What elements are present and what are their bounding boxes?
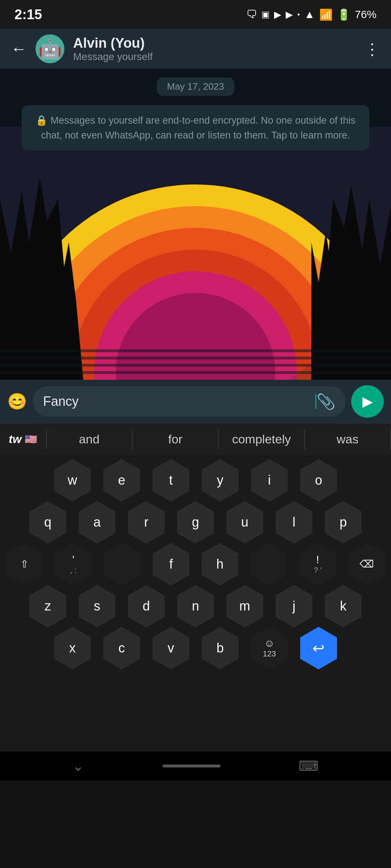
chat-area: May 17, 2023 🔒 Messages to yourself are … — [0, 69, 391, 380]
back-button[interactable]: ← — [11, 40, 27, 58]
youtube-icon: ▶ — [274, 9, 281, 20]
chat-header: ← 🤖 Alvin (You) Message yourself ⋮ — [0, 29, 391, 69]
status-icons: 🗨 ▣ ▶ ▶ • ▲ 📶 🔋 76% — [246, 8, 377, 21]
date-badge-text: May 17, 2023 — [157, 77, 234, 96]
input-area: 😊 Fancy 📎 ▶ — [0, 380, 391, 423]
key-z[interactable]: z — [24, 582, 72, 630]
status-bar: 2:15 🗨 ▣ ▶ ▶ • ▲ 📶 🔋 76% — [0, 0, 391, 29]
contact-info: Alvin (You) Message yourself — [73, 35, 356, 63]
status-time: 2:15 — [14, 7, 42, 22]
suggestion-completely[interactable]: completely — [219, 432, 304, 446]
key-g[interactable]: g — [172, 498, 219, 546]
key-emoji-123[interactable]: ☺ 123 — [245, 624, 293, 672]
key-b[interactable]: b — [196, 624, 244, 672]
flag-emoji: 🇺🇸 — [25, 433, 37, 445]
key-x[interactable]: x — [49, 624, 96, 672]
send-button[interactable]: ▶ — [351, 385, 384, 418]
wifi-icon: ▲ — [304, 8, 315, 21]
nav-home-bar[interactable] — [163, 765, 220, 767]
key-w[interactable]: w — [49, 456, 96, 504]
suggestion-and[interactable]: and — [47, 432, 132, 446]
keyboard-logo: tw 🇺🇸 — [0, 433, 46, 446]
signal-icon: ▣ — [261, 9, 270, 20]
tw-logo-text: tw — [9, 433, 22, 446]
key-d[interactable]: d — [122, 582, 170, 630]
contact-name: Alvin (You) — [73, 35, 356, 51]
keyboard: w e t y i o q a r g u l p ⇧ ' , : f h — [0, 455, 391, 752]
key-f[interactable]: f — [147, 540, 195, 588]
sunset-image — [0, 127, 391, 380]
key-backspace[interactable]: ⌫ — [343, 540, 390, 588]
keyboard-suggestions: tw 🇺🇸 and for completely was — [0, 423, 391, 455]
nav-back-icon[interactable]: ⌄ — [72, 758, 84, 774]
key-e[interactable]: e — [98, 456, 146, 504]
keyboard-row-2: q a r g u l p — [0, 498, 391, 546]
youtube2-icon: ▶ — [286, 9, 293, 20]
key-special-chars[interactable]: ! ? ' — [294, 540, 341, 588]
key-s[interactable]: s — [73, 582, 121, 630]
key-j[interactable]: j — [270, 582, 318, 630]
key-q[interactable]: q — [24, 498, 72, 546]
keyboard-row-5: x c v b ☺ 123 ↩ — [0, 624, 391, 672]
battery-icon: 🔋 — [337, 8, 350, 21]
key-k[interactable]: k — [319, 582, 367, 630]
key-punct[interactable]: ' , : — [50, 540, 97, 588]
key-a[interactable]: a — [73, 498, 121, 546]
keyboard-row-4: z s d n m j k — [0, 582, 391, 630]
keyboard-row-1: w e t y i o — [0, 456, 391, 504]
key-empty-1 — [98, 540, 146, 588]
key-enter[interactable]: ↩ — [295, 624, 342, 672]
suggestion-was[interactable]: was — [305, 432, 390, 446]
notification-icon: 🗨 — [246, 8, 257, 21]
dot-icon: • — [297, 10, 300, 19]
key-o[interactable]: o — [295, 456, 342, 504]
key-m[interactable]: m — [221, 582, 269, 630]
nav-keyboard-icon[interactable]: ⌨ — [299, 758, 319, 774]
key-v[interactable]: v — [147, 624, 195, 672]
key-y[interactable]: y — [196, 456, 244, 504]
send-icon: ▶ — [362, 393, 373, 409]
message-input-box[interactable]: Fancy 📎 — [33, 386, 345, 417]
date-badge: May 17, 2023 — [0, 69, 391, 102]
key-l[interactable]: l — [270, 498, 318, 546]
key-i[interactable]: i — [245, 456, 293, 504]
key-r[interactable]: r — [122, 498, 170, 546]
key-empty-2 — [245, 540, 293, 588]
emoji-button[interactable]: 😊 — [7, 392, 27, 411]
more-options-button[interactable]: ⋮ — [364, 40, 380, 58]
contact-subtitle: Message yourself — [73, 51, 356, 63]
key-shift[interactable]: ⇧ — [1, 540, 48, 588]
suggestion-for[interactable]: for — [133, 432, 218, 446]
key-h[interactable]: h — [196, 540, 244, 588]
encryption-notice[interactable]: 🔒 Messages to yourself are end-to-end en… — [22, 105, 369, 150]
key-c[interactable]: c — [98, 624, 146, 672]
key-p[interactable]: p — [319, 498, 367, 546]
signal-bars-icon: 📶 — [319, 8, 333, 21]
key-u[interactable]: u — [221, 498, 269, 546]
bottom-navigation: ⌄ ⌨ — [0, 752, 391, 780]
battery-percent: 76% — [355, 8, 377, 21]
key-t[interactable]: t — [147, 456, 195, 504]
attach-button[interactable]: 📎 — [316, 393, 335, 410]
message-input-text[interactable]: Fancy — [43, 394, 315, 409]
avatar[interactable]: 🤖 — [35, 34, 64, 63]
key-n[interactable]: n — [172, 582, 219, 630]
keyboard-row-3: ⇧ ' , : f h ! ? ' ⌫ — [0, 540, 391, 588]
